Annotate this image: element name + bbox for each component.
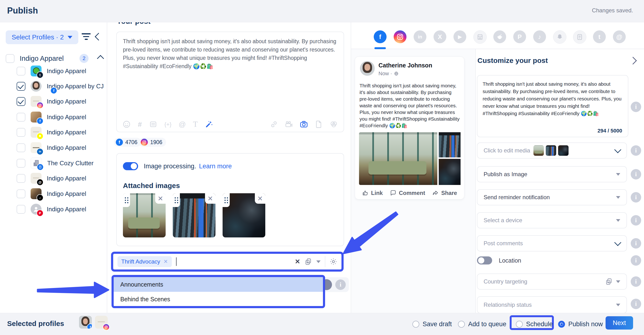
media-library-icon[interactable] xyxy=(330,120,338,128)
ai-wand-icon[interactable] xyxy=(205,120,213,128)
collapse-sidebar-icon[interactable] xyxy=(95,33,102,41)
media-thumb-thrift-store[interactable] xyxy=(534,145,544,156)
comment-button[interactable]: Comment xyxy=(390,190,425,196)
next-button[interactable]: Next xyxy=(606,316,633,329)
mention-icon[interactable]: @ xyxy=(179,120,186,128)
media-thumb-jeans[interactable] xyxy=(546,145,556,156)
profile-checkbox[interactable] xyxy=(16,189,26,198)
group-checkbox[interactable] xyxy=(6,54,14,63)
tab-youtube[interactable]: ▶ xyxy=(454,30,466,43)
option-publish-now[interactable]: Publish now xyxy=(558,320,603,328)
info-icon[interactable]: i xyxy=(631,215,641,226)
field-relationship-status[interactable]: Relationship status xyxy=(477,296,627,313)
tab-threads[interactable]: @ xyxy=(613,30,626,43)
field-edit-media[interactable]: Click to edit media xyxy=(477,142,627,159)
tag-chip[interactable]: Thrift Advocacy ✕ xyxy=(118,256,172,267)
info-icon[interactable]: i xyxy=(631,238,641,249)
info-icon[interactable]: i xyxy=(631,276,641,287)
post-editor-text[interactable]: Thrift shopping isn't just about saving … xyxy=(123,37,338,71)
remove-image-icon[interactable]: ✕ xyxy=(155,193,166,204)
profile-checkbox[interactable] xyxy=(16,143,26,152)
tab-x[interactable]: X xyxy=(434,30,446,43)
info-icon[interactable]: i xyxy=(631,169,641,179)
tab-pinterest[interactable]: P xyxy=(513,30,526,43)
drag-handle-icon[interactable] xyxy=(222,193,230,207)
camera-icon[interactable] xyxy=(300,120,308,128)
profile-checkbox[interactable] xyxy=(16,159,26,168)
attached-image-jeans[interactable]: ✕ xyxy=(173,193,216,237)
link-icon[interactable] xyxy=(270,120,278,128)
attached-image-thrift-store[interactable]: ✕ xyxy=(123,193,166,237)
tab-tiktok[interactable]: ♪ xyxy=(533,30,546,43)
learn-more-link[interactable]: Learn more xyxy=(199,163,232,170)
remove-image-icon[interactable]: ✕ xyxy=(205,193,216,204)
field-reminder-notification[interactable]: Send reminder notification xyxy=(477,189,627,205)
profile-row[interactable]: Indigo Apparel xyxy=(16,125,107,140)
variables-icon[interactable]: {+} xyxy=(164,120,172,128)
profile-row[interactable]: t Indigo Apparel xyxy=(16,63,107,79)
gear-icon[interactable] xyxy=(330,258,337,265)
filter-icon[interactable] xyxy=(82,33,91,41)
profile-checkbox[interactable] xyxy=(16,205,26,214)
radio-icon[interactable] xyxy=(412,321,419,328)
share-button[interactable]: Share xyxy=(432,190,457,196)
info-icon[interactable]: i xyxy=(335,279,346,290)
profile-checkbox[interactable] xyxy=(16,113,26,122)
info-icon[interactable]: i xyxy=(631,299,641,309)
profile-row[interactable]: f Indigo Apparel by CJ xyxy=(16,79,107,94)
tab-instagram[interactable] xyxy=(394,30,406,43)
info-icon[interactable]: i xyxy=(631,102,641,112)
image-processing-toggle[interactable] xyxy=(123,162,138,170)
tab-tumblr[interactable]: t xyxy=(593,30,606,43)
drag-handle-icon[interactable] xyxy=(173,193,180,207)
chevron-down-icon[interactable] xyxy=(316,260,320,263)
radio-icon[interactable] xyxy=(458,321,465,328)
info-icon[interactable]: i xyxy=(631,145,641,156)
chevron-right-icon[interactable] xyxy=(629,57,637,65)
option-schedule[interactable]: Schedule xyxy=(516,320,553,328)
media-thumb-dark-scene[interactable] xyxy=(558,145,568,156)
video-icon[interactable] xyxy=(285,120,293,128)
field-select-device[interactable]: Select a device xyxy=(477,212,627,228)
field-post-comments[interactable]: Post comments xyxy=(477,235,627,251)
remove-image-icon[interactable]: ✕ xyxy=(255,193,265,204)
customize-post-text[interactable]: Thrift shopping isn't just about saving … xyxy=(483,80,623,117)
radio-icon[interactable] xyxy=(516,321,523,328)
profile-checkbox[interactable] xyxy=(16,128,26,137)
like-button[interactable]: Link xyxy=(362,190,383,196)
profile-group-header[interactable]: Indigo Apparel 2 xyxy=(6,54,103,63)
tags-input-annotated[interactable]: Thrift Advocacy ✕ ✕ xyxy=(111,252,344,272)
tab-google-business-profile[interactable] xyxy=(573,30,586,44)
remove-tag-icon[interactable]: ✕ xyxy=(164,258,168,265)
text-format-icon[interactable]: T xyxy=(193,120,198,128)
option-save-draft[interactable]: Save draft xyxy=(412,320,452,328)
drag-handle-icon[interactable] xyxy=(123,193,130,207)
document-icon[interactable] xyxy=(315,120,323,128)
dropdown-option-behind-the-scenes[interactable]: Behind the Scenes xyxy=(114,292,323,306)
info-icon[interactable]: i xyxy=(631,192,641,202)
field-publish-as[interactable]: Publish as Image xyxy=(477,166,627,182)
customize-text-card[interactable]: Thrift shopping isn't just about saving … xyxy=(477,75,628,137)
option-add-to-queue[interactable]: Add to queue xyxy=(458,320,506,328)
profile-row[interactable]: @ Indigo Apparel xyxy=(16,171,107,186)
dropdown-option-announcements[interactable]: Announcements xyxy=(114,277,323,292)
tab-google-business[interactable] xyxy=(474,30,487,44)
tab-snapchat[interactable] xyxy=(553,30,566,44)
select-all-icon[interactable] xyxy=(605,278,613,285)
profile-row[interactable]: ♪ Indigo Apparel xyxy=(16,186,107,201)
profile-row[interactable]: The Cozy Clutter xyxy=(16,156,107,171)
location-toggle[interactable] xyxy=(477,256,492,264)
profile-checkbox[interactable] xyxy=(16,67,26,76)
profile-checkbox[interactable] xyxy=(16,82,26,91)
radio-selected-icon[interactable] xyxy=(558,321,565,328)
profile-row[interactable]: f Indigo Apparel xyxy=(16,109,107,125)
saved-captions-icon[interactable] xyxy=(149,120,157,128)
profile-checkbox[interactable] xyxy=(16,174,26,183)
profile-row[interactable]: P Indigo Apparel xyxy=(16,202,107,217)
tab-linkedin[interactable]: in xyxy=(414,30,426,43)
profile-row[interactable]: Indigo Apparel xyxy=(16,94,107,109)
clear-icon[interactable]: ✕ xyxy=(295,258,300,265)
hashtag-icon[interactable]: # xyxy=(138,120,142,128)
select-all-tags-icon[interactable] xyxy=(304,258,312,265)
profile-row[interactable]: in Indigo Apparel xyxy=(16,140,107,155)
